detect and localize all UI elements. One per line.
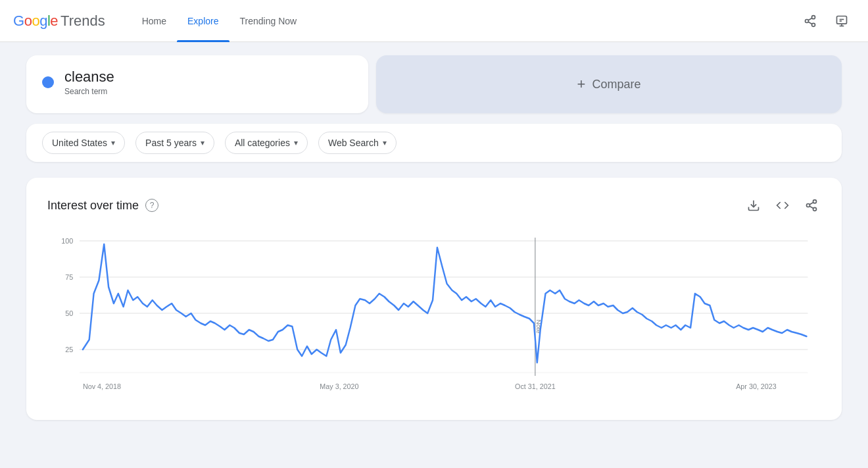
svg-text:Nov 4, 2018: Nov 4, 2018 [83, 382, 121, 390]
svg-text:25: 25 [65, 346, 73, 353]
svg-line-14 [809, 206, 813, 208]
svg-point-0 [812, 15, 815, 18]
search-cards-row: cleanse Search term + Compare [26, 55, 842, 113]
embed-button[interactable] [773, 196, 792, 215]
svg-line-3 [808, 22, 812, 24]
svg-line-4 [808, 18, 812, 20]
share-button[interactable] [797, 8, 823, 34]
search-type-chevron-icon: ▾ [383, 138, 387, 147]
logo: Google Trends [13, 13, 105, 30]
svg-text:Oct 31, 2021: Oct 31, 2021 [515, 382, 556, 390]
line-chart: 100 75 50 25 Note Nov 4, 2018 May 3, 202… [47, 228, 821, 399]
svg-point-1 [806, 19, 809, 22]
header: Google Trends Home Explore Trending Now [0, 0, 868, 42]
svg-text:75: 75 [65, 273, 73, 281]
region-filter-label: United States [52, 138, 107, 148]
svg-point-13 [813, 207, 817, 211]
search-term-name: cleanse [64, 68, 114, 86]
compare-plus-icon: + [577, 76, 586, 93]
chart-title: Interest over time [47, 199, 139, 213]
search-type-filter[interactable]: Web Search ▾ [318, 132, 397, 154]
nav-home[interactable]: Home [132, 0, 177, 42]
chart-header: Interest over time ? [47, 196, 821, 215]
svg-text:May 3, 2020: May 3, 2020 [320, 382, 358, 390]
category-chevron-icon: ▾ [294, 138, 298, 147]
logo-trends-text: Trends [60, 13, 105, 30]
search-term-type: Search term [64, 87, 114, 96]
region-filter[interactable]: United States ▾ [42, 132, 125, 154]
svg-text:50: 50 [65, 309, 73, 317]
download-button[interactable] [744, 196, 763, 215]
main-content: cleanse Search term + Compare United Sta… [0, 42, 868, 433]
time-filter-label: Past 5 years [145, 138, 197, 148]
time-chevron-icon: ▾ [201, 138, 205, 147]
svg-point-12 [807, 204, 810, 207]
nav-trending[interactable]: Trending Now [229, 0, 308, 42]
compare-card[interactable]: + Compare [376, 55, 842, 113]
category-filter[interactable]: All categories ▾ [225, 132, 308, 154]
svg-line-15 [809, 202, 813, 204]
chart-actions [744, 196, 821, 215]
category-filter-label: All categories [235, 138, 290, 148]
share-chart-button[interactable] [802, 196, 821, 215]
compare-label: Compare [592, 78, 640, 91]
header-actions [797, 8, 855, 34]
region-chevron-icon: ▾ [111, 138, 115, 147]
logo-google-text: Google [13, 13, 58, 30]
chart-container: 100 75 50 25 Note Nov 4, 2018 May 3, 202… [47, 228, 821, 402]
filter-row: United States ▾ Past 5 years ▾ All categ… [26, 124, 842, 162]
svg-point-2 [812, 23, 815, 26]
chart-card: Interest over time ? [26, 178, 842, 420]
help-icon[interactable]: ? [145, 199, 158, 212]
nav-explore[interactable]: Explore [177, 0, 229, 42]
svg-text:Apr 30, 2023: Apr 30, 2023 [736, 382, 777, 390]
svg-point-11 [813, 200, 817, 203]
main-nav: Home Explore Trending Now [132, 0, 797, 42]
svg-text:100: 100 [61, 237, 73, 245]
search-type-filter-label: Web Search [328, 138, 379, 148]
feedback-button[interactable] [829, 8, 855, 34]
search-term-dot [42, 76, 54, 88]
search-term-card: cleanse Search term [26, 55, 368, 113]
svg-rect-5 [837, 16, 847, 24]
time-filter[interactable]: Past 5 years ▾ [135, 132, 214, 154]
